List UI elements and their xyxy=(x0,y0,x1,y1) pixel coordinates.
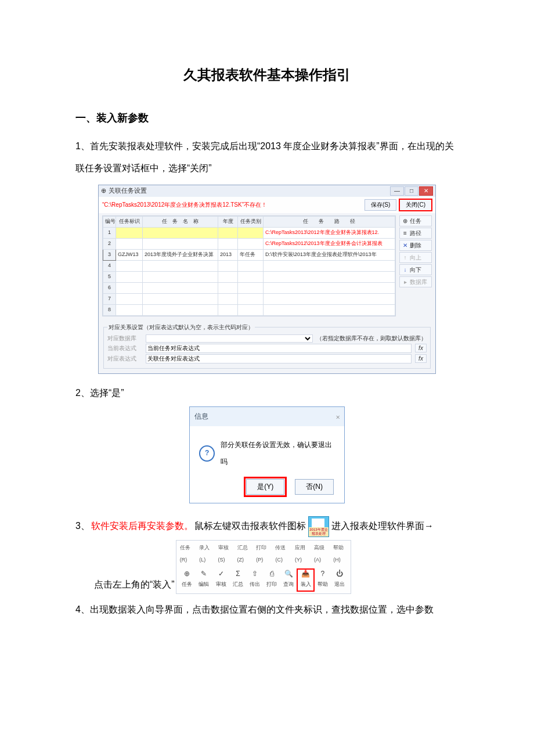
tb-label: 帮助 xyxy=(317,578,328,591)
dialog-titlebar: ⊕ 关联任务设置 — □ ✕ xyxy=(99,185,435,197)
menu-task[interactable]: 任务(R) xyxy=(180,542,194,567)
table-header-row: 编号 任务标识 任 务 名 称 年度 任务类别 任 务 路 径 xyxy=(103,216,395,227)
close-button[interactable]: 关闭(C) xyxy=(399,199,432,211)
window-maximize-button[interactable]: □ xyxy=(405,186,418,196)
table-row[interactable]: 3 GZJW13 2013年度境外子企业财务决算 2013 年任务 D:\软件安… xyxy=(103,249,395,260)
tb-sum[interactable]: Σ汇总 xyxy=(229,569,246,591)
tb-label: 汇总 xyxy=(233,578,243,591)
table-row[interactable]: 7 xyxy=(103,293,395,304)
row-number: 5 xyxy=(103,271,116,282)
dialog-sidebar: ⊕任务 ≡路径 ✕删除 ↑向上 ↓向下 ▸数据库 xyxy=(399,215,432,316)
row-number: 2 xyxy=(103,238,116,249)
tb-exit[interactable]: ⏻退出 xyxy=(331,569,348,591)
table-row[interactable]: 2 C:\RepTasks2012\2013年度企业财务会计决算报表 xyxy=(103,238,395,249)
sidebar-path-button[interactable]: ≡路径 xyxy=(399,228,432,239)
dialog-title: 关联任务设置 xyxy=(109,186,147,195)
tb-help[interactable]: ?帮助 xyxy=(314,569,331,591)
p3-text: 鼠标左键双击报表软件图标 xyxy=(194,515,306,537)
menu-input[interactable]: 录入(L) xyxy=(199,542,212,567)
arrow-up-icon: ↑ xyxy=(402,254,408,261)
question-icon: ? xyxy=(199,445,215,462)
help-icon: ? xyxy=(318,569,327,578)
tb-label: 装入 xyxy=(301,578,311,591)
table-row[interactable]: 4 xyxy=(103,260,395,271)
table-row[interactable]: 8 xyxy=(103,304,395,315)
task-mark: GZJW13 xyxy=(116,249,143,260)
fx-button[interactable]: fx xyxy=(415,354,427,363)
db-label: 对应数据库 xyxy=(107,334,142,342)
section-1-heading: 一、装入新参数 xyxy=(75,106,459,131)
sidebar-task-button[interactable]: ⊕任务 xyxy=(399,215,432,226)
menu-audit[interactable]: 审核(S) xyxy=(218,542,232,567)
sidebar-label: 删除 xyxy=(410,242,421,249)
menu-bar: 任务(R) 录入(L) 审核(S) 汇总(Z) 打印(P) 传送(C) 应用(Y… xyxy=(176,541,351,568)
col-mark: 任务标识 xyxy=(116,216,143,227)
col-path: 任 务 路 径 xyxy=(264,216,395,227)
tb-task[interactable]: ⊕任务 xyxy=(179,569,196,591)
task-icon: ⊕ xyxy=(402,217,408,225)
menu-print[interactable]: 打印(P) xyxy=(256,542,269,567)
sidebar-up-button[interactable]: ↑向上 xyxy=(399,252,432,263)
tb-label: 查询 xyxy=(283,578,294,591)
save-button[interactable]: 保存(S) xyxy=(365,199,396,211)
check-icon: ✓ xyxy=(217,569,226,578)
window-minimize-button[interactable]: — xyxy=(390,186,404,196)
info-close-button[interactable]: ⨉ xyxy=(336,409,340,424)
paragraph-4: 4、出现数据装入向导界面，点击数据位置右侧的文件夹标识，查找数据位置，选中参数 xyxy=(75,599,459,621)
menu-app[interactable]: 应用(Y) xyxy=(295,542,308,567)
p3-text2: 进入报表处理软件界面→ xyxy=(331,515,434,537)
tb-label: 退出 xyxy=(334,578,345,591)
task-table: 编号 任务标识 任 务 名 称 年度 任务类别 任 务 路 径 1 C:\Rep… xyxy=(102,215,396,316)
rel-expr-input[interactable] xyxy=(146,354,412,363)
tb-label: 打印 xyxy=(266,578,277,591)
related-task-dialog: ⊕ 关联任务设置 — □ ✕ “C:\RepTasks2013\2012年度企业… xyxy=(98,185,436,374)
task-type: 年任务 xyxy=(238,249,264,260)
sidebar-label: 向下 xyxy=(410,266,421,273)
sidebar-down-button[interactable]: ↓向下 xyxy=(399,264,432,275)
app-icon: ⊕ xyxy=(101,186,106,195)
yes-button[interactable]: 是(Y) xyxy=(246,479,284,495)
no-button[interactable]: 否(N) xyxy=(295,479,334,495)
col-type: 任务类别 xyxy=(238,216,264,227)
p3-highlight: 软件安装后再安装参数。 xyxy=(91,515,193,537)
table-row[interactable]: 5 xyxy=(103,271,395,282)
paragraph-3: 3、 软件安装后再安装参数。 鼠标左键双击报表软件图标 2013年度企 报表处理… xyxy=(75,515,459,537)
info-dialog-title: 信息 xyxy=(194,408,208,425)
tb-send[interactable]: ⇧传出 xyxy=(246,569,263,591)
cur-expr-input[interactable] xyxy=(146,344,412,353)
menu-adv[interactable]: 高级(A) xyxy=(314,542,327,567)
rel-expr-label: 对应表达式 xyxy=(107,355,142,362)
tb-edit[interactable]: ✎编辑 xyxy=(196,569,212,591)
table-row[interactable]: 1 C:\RepTasks2013\2012年度企业财务决算报表12. xyxy=(103,227,395,238)
task-year: 2013 xyxy=(218,249,238,260)
search-icon: 🔍 xyxy=(284,569,293,578)
db-select[interactable] xyxy=(146,334,313,343)
menu-help[interactable]: 帮助(H) xyxy=(333,542,347,567)
menu-send[interactable]: 传送(C) xyxy=(275,542,289,567)
sidebar-db-button[interactable]: ▸数据库 xyxy=(399,276,432,287)
send-icon: ⇧ xyxy=(250,569,259,578)
table-row[interactable]: 6 xyxy=(103,282,395,293)
app-icon-caption: 2013年度企 报表处理 xyxy=(309,527,329,537)
cur-expr-label: 当前表达式 xyxy=(107,344,142,352)
task-name: 2013年度境外子企业财务决算 xyxy=(143,249,218,260)
sidebar-label: 任务 xyxy=(410,217,421,225)
paragraph-1: 1、首先安装报表处理软件，安装完成后出现“2013 年度企业财务决算报表”界面，… xyxy=(75,135,459,180)
report-app-icon[interactable]: 2013年度企 报表处理 xyxy=(308,516,329,537)
tb-label: 传出 xyxy=(250,578,260,591)
tb-audit[interactable]: ✓审核 xyxy=(212,569,229,591)
row-number: 8 xyxy=(103,304,116,315)
load-icon: 📥 xyxy=(301,569,311,578)
tb-print[interactable]: ⎙打印 xyxy=(264,569,280,591)
menu-sum[interactable]: 汇总(Z) xyxy=(237,542,251,567)
tb-query[interactable]: 🔍查询 xyxy=(280,569,297,591)
tb-load[interactable]: 📥装入 xyxy=(297,569,314,591)
sidebar-label: 路径 xyxy=(410,229,421,237)
dialog-warning: “C:\RepTasks2013\2012年度企业财务决算报表12.TSK”不存… xyxy=(102,201,267,208)
fx-button[interactable]: fx xyxy=(415,344,427,352)
arrow-down-icon: ↓ xyxy=(402,266,408,273)
sidebar-delete-button[interactable]: ✕删除 xyxy=(399,240,432,251)
path-icon: ≡ xyxy=(402,229,408,237)
sidebar-label: 向上 xyxy=(410,254,421,261)
window-close-button[interactable]: ✕ xyxy=(419,186,433,196)
